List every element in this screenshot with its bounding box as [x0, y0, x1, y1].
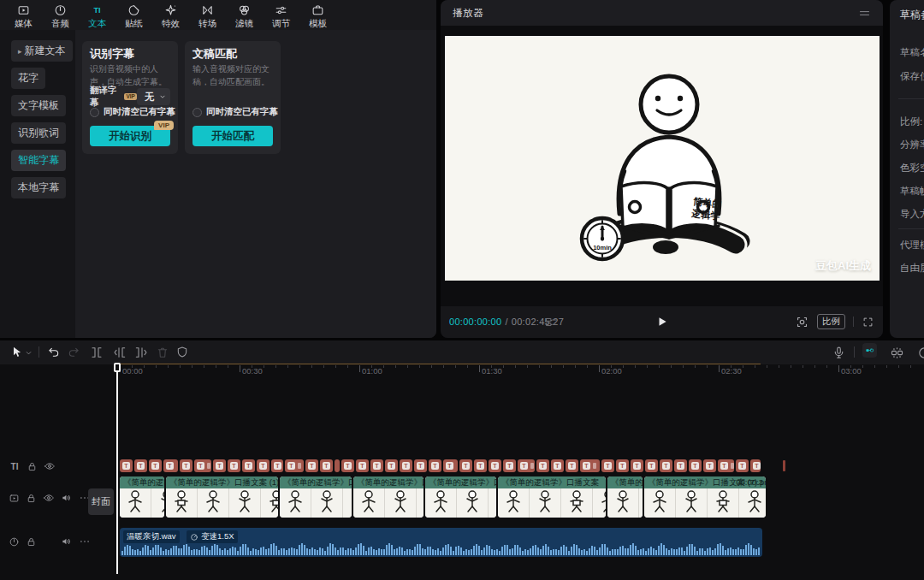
text-clip[interactable]: T — [645, 459, 658, 472]
toolbar-tab-media[interactable]: 媒体 — [5, 0, 42, 30]
text-clip[interactable]: T — [370, 459, 383, 472]
video-clip[interactable]: 《简单的逻辑学》口播文案 (1).png — [166, 476, 278, 518]
snap-toggle-icon[interactable] — [862, 343, 877, 358]
checkbox[interactable] — [90, 108, 99, 117]
preview-axis-icon[interactable] — [917, 346, 924, 360]
speaker-icon[interactable] — [61, 492, 73, 504]
text-clip[interactable]: T — [228, 459, 240, 472]
sidebar-item-recognize-lyrics[interactable]: 识别歌词 — [11, 122, 66, 144]
audio-clip[interactable]: 温暖亲切.wav 变速1.5X — [120, 528, 762, 557]
video-clip[interactable]: 《简单的逻辑学》口播文案 — [498, 476, 606, 518]
sidebar-item-local-subtitle[interactable]: 本地字幕 — [11, 177, 66, 198]
text-clip[interactable]: T — [320, 459, 333, 472]
video-clip[interactable]: 《简单的逻辑学》 — [607, 476, 643, 518]
text-clip[interactable]: T — [400, 459, 412, 472]
lock-icon[interactable] — [26, 536, 37, 547]
text-clip[interactable]: T — [213, 459, 226, 472]
start-recognize-button[interactable]: 开始识别 VIP — [90, 126, 170, 146]
text-clip[interactable]: T — [180, 459, 192, 472]
text-clip[interactable]: T — [305, 459, 318, 472]
text-clip[interactable]: T — [385, 459, 398, 472]
toolbar-tab-effect[interactable]: 特效 — [152, 0, 189, 30]
text-clip[interactable]: T — [689, 459, 702, 472]
text-clip[interactable]: T — [356, 459, 369, 472]
text-clip[interactable]: T — [503, 459, 516, 472]
text-clip[interactable]: T — [536, 459, 549, 472]
cursor-chevron-icon[interactable] — [24, 348, 33, 358]
video-preview[interactable]: 简单的 逻辑学 10min 豆包AI生成 — [445, 36, 880, 281]
text-clip-sliver[interactable] — [783, 460, 785, 471]
text-clip[interactable]: T — [443, 459, 458, 472]
text-clip[interactable]: T — [134, 459, 147, 472]
text-clip[interactable]: T — [257, 459, 270, 472]
text-clip[interactable]: T — [120, 459, 133, 472]
text-clip[interactable]: T — [631, 459, 643, 472]
toolbar-tab-text[interactable]: TI文本 — [79, 0, 116, 30]
cover-button[interactable]: 封面 — [88, 488, 114, 515]
toolbar-tab-audio[interactable]: 音频 — [42, 0, 79, 30]
text-clip[interactable]: T — [242, 459, 255, 472]
eye-icon[interactable] — [44, 460, 56, 472]
clear-existing-checkbox-row[interactable]: 同时清空已有字幕 — [192, 106, 278, 118]
video-clip[interactable]: 《简单的逻辑学》口播文案 (7).png00:00:3 — [644, 476, 766, 518]
playhead-marker[interactable] — [114, 363, 121, 372]
play-button[interactable] — [656, 316, 668, 328]
text-clip[interactable] — [335, 459, 340, 472]
delete-icon[interactable] — [156, 346, 169, 359]
eye-icon[interactable] — [43, 492, 55, 504]
delete-left-icon[interactable] — [113, 346, 127, 359]
text-clip[interactable]: T — [489, 459, 501, 472]
sidebar-item-smart-subtitle[interactable]: 智能字幕 — [11, 150, 66, 171]
video-clip[interactable]: 《简单的逻辑学》口播文案 — [353, 476, 424, 518]
cursor-tool-icon[interactable] — [10, 346, 24, 359]
text-clip[interactable]: T — [285, 459, 304, 472]
text-clip[interactable]: T — [414, 459, 427, 472]
start-match-button[interactable]: 开始匹配 — [192, 126, 273, 146]
linkage-icon[interactable] — [890, 346, 904, 360]
text-clip[interactable]: T — [674, 459, 687, 472]
shield-icon[interactable] — [175, 346, 189, 359]
text-clip[interactable]: T — [750, 459, 761, 472]
clear-existing-checkbox-row[interactable]: 同时清空已有字幕 — [90, 106, 175, 118]
speaker-icon[interactable] — [61, 536, 73, 547]
lock-icon[interactable] — [26, 493, 37, 504]
video-clip[interactable]: 《简单的逻辑学》口播文案 — [425, 476, 496, 518]
quality-icon[interactable] — [545, 316, 558, 328]
redo-icon[interactable] — [67, 346, 80, 359]
text-clip[interactable]: T — [459, 459, 472, 472]
time-ruler[interactable]: 00:0000:3001:0001:3002:0002:3003:00 — [116, 364, 924, 377]
toolbar-tab-filter[interactable]: 滤镜 — [226, 0, 263, 30]
text-clip[interactable]: T — [429, 459, 441, 472]
ratio-button[interactable]: 比例 — [817, 314, 845, 329]
microphone-icon[interactable] — [832, 346, 846, 360]
text-clip[interactable]: T — [341, 459, 354, 472]
text-clip[interactable]: T — [194, 459, 211, 472]
player-menu-icon[interactable] — [858, 7, 871, 20]
video-clip[interactable]: 《简单的逻辑学》口播文案 — [280, 476, 352, 518]
sidebar-item-fancy-text[interactable]: 花字 — [11, 68, 45, 89]
text-clip[interactable]: T — [580, 459, 600, 472]
text-clip[interactable]: T — [616, 459, 629, 472]
toolbar-tab-transition[interactable]: 转场 — [189, 0, 226, 30]
text-clip[interactable]: T — [551, 459, 564, 472]
delete-right-icon[interactable] — [134, 346, 148, 359]
text-clip[interactable]: T — [518, 459, 535, 472]
toolbar-tab-sticker[interactable]: 贴纸 — [116, 0, 152, 30]
text-clip[interactable]: T — [703, 459, 716, 472]
focus-icon[interactable] — [795, 315, 809, 329]
toolbar-tab-adjust[interactable]: 调节 — [263, 0, 299, 30]
checkbox[interactable] — [192, 108, 202, 117]
text-clip[interactable]: T — [718, 459, 734, 472]
text-clip[interactable]: T — [601, 459, 614, 472]
fullscreen-icon[interactable] — [862, 316, 874, 328]
text-clip[interactable]: T — [271, 459, 283, 472]
text-clip[interactable]: T — [566, 459, 578, 472]
sidebar-item-text-template[interactable]: 文字模板 — [11, 95, 66, 116]
playhead[interactable] — [114, 363, 121, 577]
translate-language-dropdown[interactable]: 无 — [137, 88, 170, 105]
toolbar-tab-template[interactable]: 模板 — [299, 0, 336, 30]
sidebar-item-new-text[interactable]: ▸新建文本 — [11, 40, 73, 62]
text-clip[interactable]: T — [163, 459, 178, 472]
text-clip[interactable]: T — [736, 459, 749, 472]
text-clip[interactable]: T — [660, 459, 672, 472]
